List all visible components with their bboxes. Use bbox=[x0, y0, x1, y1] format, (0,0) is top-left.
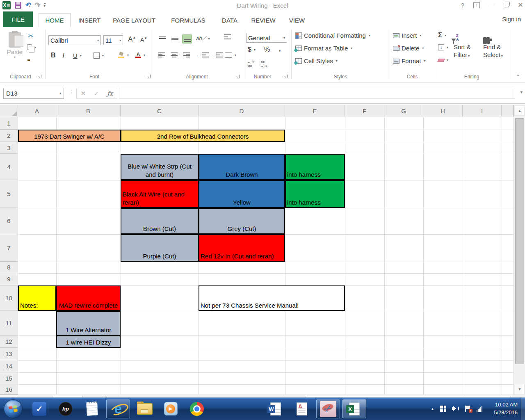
column-header-C[interactable]: C bbox=[121, 105, 199, 117]
cell-A10[interactable]: Notes: bbox=[18, 285, 56, 311]
scroll-up-button[interactable]: ▲ bbox=[515, 105, 525, 116]
taskbar-item-hp[interactable]: hp bbox=[54, 399, 78, 418]
increase-font-size-button[interactable]: A▲ bbox=[128, 35, 136, 43]
decrease-font-size-button[interactable]: A▼ bbox=[140, 37, 147, 43]
taskbar-item-snipping-tool[interactable]: ✂ bbox=[316, 399, 340, 418]
delete-cells-button[interactable]: Delete▾ bbox=[393, 45, 424, 52]
tab-formulas[interactable]: FORMULAS bbox=[164, 13, 212, 27]
row-header-2[interactable]: 2 bbox=[0, 130, 18, 142]
ribbon-display-options-button[interactable]: ↑ bbox=[473, 2, 480, 8]
row-header-9[interactable]: 9 bbox=[0, 273, 18, 285]
insert-cells-button[interactable]: Insert▾ bbox=[393, 32, 422, 39]
row-header-15[interactable]: 15 bbox=[0, 372, 18, 384]
find-select-button[interactable]: Find & Select▾ bbox=[483, 43, 503, 59]
cell-styles-button[interactable]: Cell Styles▾ bbox=[295, 57, 338, 64]
column-header-B[interactable]: B bbox=[56, 105, 121, 117]
decrease-decimal-button[interactable]: .00 →.0 bbox=[260, 60, 267, 68]
comma-style-button[interactable]: , bbox=[279, 45, 281, 52]
cell-B11[interactable]: 1 Wire Alternator bbox=[56, 311, 121, 336]
confirm-entry-button[interactable]: ✓ bbox=[94, 90, 99, 97]
column-header-D[interactable]: D bbox=[199, 105, 285, 117]
cell-D5[interactable]: Yellow bbox=[199, 180, 285, 208]
cell-C7[interactable]: Purple (Cut) bbox=[121, 234, 199, 262]
borders-button[interactable]: ▾ bbox=[94, 52, 104, 59]
taskbar-clock[interactable]: 10:02 AM 5/28/2016 bbox=[488, 401, 518, 417]
insert-function-button[interactable]: ƒx bbox=[107, 90, 113, 97]
fill-button[interactable]: ↓▾ bbox=[438, 44, 448, 50]
tab-view[interactable]: VIEW bbox=[285, 13, 309, 27]
formula-bar-splitter[interactable]: ⋮ bbox=[69, 89, 75, 95]
cell-B10[interactable]: MAD rewire complete bbox=[56, 285, 121, 311]
tab-insert[interactable]: INSERT bbox=[75, 13, 104, 27]
column-header-H[interactable]: H bbox=[423, 105, 463, 117]
format-cells-button[interactable]: Format▾ bbox=[393, 57, 426, 64]
align-left-button[interactable] bbox=[158, 52, 165, 57]
cut-button[interactable]: ✂ bbox=[28, 32, 33, 40]
taskbar-item-chrome[interactable] bbox=[185, 399, 209, 418]
row-header-11[interactable]: 11 bbox=[0, 311, 18, 336]
italic-button[interactable]: I bbox=[62, 52, 64, 59]
show-desktop-button[interactable] bbox=[521, 397, 525, 420]
taskbar-item-notepad[interactable] bbox=[80, 399, 104, 418]
conditional-formatting-button[interactable]: ≠ Conditional Formatting▾ bbox=[295, 32, 370, 39]
column-header-G[interactable]: G bbox=[384, 105, 423, 117]
align-right-button[interactable] bbox=[183, 52, 190, 57]
sort-filter-button[interactable]: Sort & Filter▾ bbox=[454, 43, 471, 59]
column-header-E[interactable]: E bbox=[285, 105, 345, 117]
cell-D7[interactable]: Red 12v In (Cut and reran) bbox=[199, 234, 285, 262]
cell-B12[interactable]: 1 wire HEI Dizzy bbox=[56, 336, 121, 348]
clipboard-dialog-launcher[interactable] bbox=[38, 75, 41, 78]
tab-data[interactable]: DATA bbox=[217, 13, 242, 27]
increase-decimal-button[interactable]: ←.0 .00 bbox=[247, 60, 254, 68]
row-header-5[interactable]: 5 bbox=[0, 180, 18, 208]
cell-D6[interactable]: Grey (Cut) bbox=[199, 208, 285, 234]
percent-style-button[interactable]: % bbox=[264, 46, 270, 53]
expand-formula-bar-button[interactable]: ▾ bbox=[520, 89, 523, 95]
cell-D10:E10[interactable]: Not per 73 Chassis Service Manual! bbox=[199, 285, 345, 311]
windows-update-tray-icon[interactable] bbox=[440, 406, 446, 412]
align-center-button[interactable] bbox=[171, 52, 178, 57]
clear-button[interactable]: ▾ bbox=[438, 58, 448, 62]
cell-E5[interactable]: into harness bbox=[285, 180, 345, 208]
minimize-button[interactable]: — bbox=[489, 2, 495, 9]
row-header-3[interactable]: 3 bbox=[0, 142, 18, 154]
taskbar-item-messenger-check[interactable]: ✓ bbox=[27, 399, 51, 418]
accounting-format-button[interactable]: $▾ bbox=[248, 46, 256, 53]
cancel-entry-button[interactable]: ✕ bbox=[81, 90, 86, 97]
paste-button[interactable]: Paste ▾ bbox=[3, 30, 26, 71]
worksheet-grid[interactable]: ABCDEFGHI123456789101112131415161973 Dar… bbox=[0, 105, 514, 395]
action-center-flag-icon[interactable]: ✕ bbox=[465, 406, 471, 412]
start-button[interactable] bbox=[0, 397, 26, 420]
autosum-button[interactable]: Σ▾ bbox=[438, 31, 446, 39]
cell-D4[interactable]: Dark Brown bbox=[199, 154, 285, 180]
taskbar-item-file-explorer[interactable] bbox=[132, 399, 156, 418]
row-header-8[interactable]: 8 bbox=[0, 262, 18, 273]
merge-center-button[interactable]: ↔▾ bbox=[225, 52, 236, 58]
tab-home[interactable]: HOME bbox=[39, 13, 71, 27]
row-header-13[interactable]: 13 bbox=[0, 348, 18, 360]
font-color-button[interactable]: A▾ bbox=[135, 52, 145, 58]
taskbar-item-internet-explorer[interactable]: e bbox=[106, 399, 130, 418]
show-hidden-icons-button[interactable]: ▲ bbox=[431, 407, 434, 411]
format-as-table-button[interactable]: Format as Table▾ bbox=[295, 45, 352, 52]
orientation-button[interactable]: ab⟋▾ bbox=[196, 35, 210, 42]
vertical-scrollbar[interactable]: ▲ ▼ bbox=[514, 105, 525, 395]
copy-button[interactable]: ▾ bbox=[27, 44, 36, 50]
bottom-align-button[interactable] bbox=[182, 34, 192, 43]
font-family-select[interactable]: Calibri▾ bbox=[48, 35, 101, 45]
taskbar-item-media-player[interactable]: ▶ bbox=[159, 399, 183, 418]
sign-in-link[interactable]: Sign in bbox=[502, 16, 521, 23]
number-dialog-launcher[interactable] bbox=[284, 75, 288, 78]
cell-C5[interactable]: Black Alt Wire (cut and reran) bbox=[121, 180, 199, 208]
bold-button[interactable]: B bbox=[51, 52, 56, 59]
name-box[interactable]: D13▾ bbox=[3, 88, 64, 99]
select-all-corner[interactable] bbox=[0, 105, 18, 117]
column-header-F[interactable]: F bbox=[345, 105, 384, 117]
help-button[interactable]: ? bbox=[461, 2, 464, 9]
cell-C6[interactable]: Brown (Cut) bbox=[121, 208, 199, 234]
top-align-button[interactable] bbox=[158, 34, 167, 43]
cell-A2:B2[interactable]: 1973 Dart Swinger w/ A/C bbox=[18, 130, 121, 142]
row-header-1[interactable]: 1 bbox=[0, 117, 18, 130]
row-header-6[interactable]: 6 bbox=[0, 208, 18, 234]
underline-button[interactable]: U▾ bbox=[73, 52, 82, 59]
